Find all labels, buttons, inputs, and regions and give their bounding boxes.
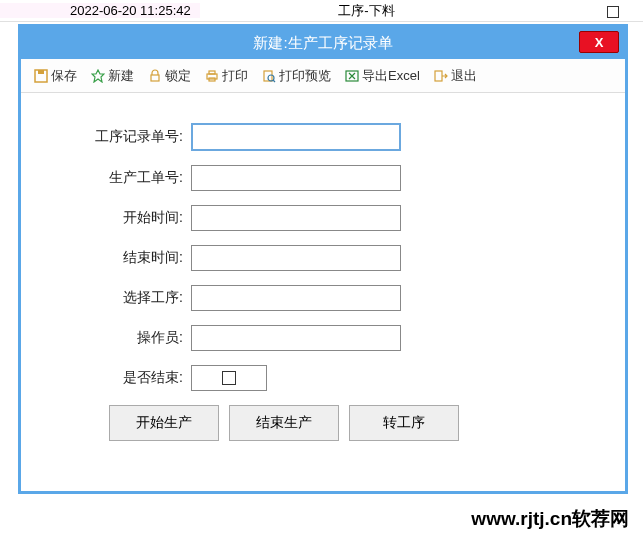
label-end-time: 结束时间:	[61, 249, 191, 267]
transfer-process-button[interactable]: 转工序	[349, 405, 459, 441]
exit-icon	[434, 69, 448, 83]
watermark: www.rjtj.cn软荐网	[471, 506, 629, 532]
close-button[interactable]: X	[579, 31, 619, 53]
checkbox-is-finished[interactable]	[222, 371, 236, 385]
preview-button[interactable]: 打印预览	[257, 64, 336, 88]
input-start-time[interactable]	[191, 205, 401, 231]
svg-marker-2	[92, 70, 104, 82]
label-is-finished: 是否结束:	[61, 369, 191, 387]
input-record-no[interactable]	[191, 123, 401, 151]
dialog-title: 新建:生产工序记录单	[253, 34, 392, 53]
input-work-order[interactable]	[191, 165, 401, 191]
bg-process: 工序-下料	[200, 2, 583, 20]
background-grid-row: 2022-06-20 11:25:42 工序-下料	[0, 0, 643, 22]
row-end-time: 结束时间:	[61, 245, 585, 271]
export-button[interactable]: 导出Excel	[340, 64, 425, 88]
row-is-finished: 是否结束:	[61, 365, 585, 391]
row-record-no: 工序记录单号:	[61, 123, 585, 151]
excel-icon	[345, 69, 359, 83]
end-production-button[interactable]: 结束生产	[229, 405, 339, 441]
row-operator: 操作员:	[61, 325, 585, 351]
svg-rect-3	[151, 75, 159, 81]
form-area: 工序记录单号: 生产工单号: 开始时间: 结束时间: 选择工序: 操作员: 是否…	[21, 93, 625, 461]
bg-checkbox-cell	[583, 3, 643, 18]
new-icon	[91, 69, 105, 83]
row-work-order: 生产工单号:	[61, 165, 585, 191]
input-operator[interactable]	[191, 325, 401, 351]
exit-button[interactable]: 退出	[429, 64, 482, 88]
save-label: 保存	[51, 67, 77, 85]
label-start-time: 开始时间:	[61, 209, 191, 227]
bg-checkbox[interactable]	[607, 6, 619, 18]
toolbar: 保存 新建 锁定 打印 打印预览	[21, 59, 625, 93]
checkbox-wrap[interactable]	[191, 365, 267, 391]
titlebar: 新建:生产工序记录单 X	[21, 27, 625, 59]
save-icon	[34, 69, 48, 83]
row-start-time: 开始时间:	[61, 205, 585, 231]
lock-label: 锁定	[165, 67, 191, 85]
new-label: 新建	[108, 67, 134, 85]
lock-button[interactable]: 锁定	[143, 64, 196, 88]
dialog-window: 新建:生产工序记录单 X 保存 新建 锁定 打印	[18, 24, 628, 494]
new-button[interactable]: 新建	[86, 64, 139, 88]
label-select-process: 选择工序:	[61, 289, 191, 307]
input-select-process[interactable]	[191, 285, 401, 311]
exit-label: 退出	[451, 67, 477, 85]
lock-icon	[148, 69, 162, 83]
label-record-no: 工序记录单号:	[61, 128, 191, 146]
button-row: 开始生产 结束生产 转工序	[109, 405, 585, 441]
export-label: 导出Excel	[362, 67, 420, 85]
svg-rect-11	[435, 71, 442, 81]
print-icon	[205, 69, 219, 83]
bg-timestamp: 2022-06-20 11:25:42	[0, 3, 200, 18]
print-label: 打印	[222, 67, 248, 85]
label-operator: 操作员:	[61, 329, 191, 347]
svg-line-9	[273, 80, 275, 82]
start-production-button[interactable]: 开始生产	[109, 405, 219, 441]
print-button[interactable]: 打印	[200, 64, 253, 88]
save-button[interactable]: 保存	[29, 64, 82, 88]
close-icon: X	[595, 35, 604, 50]
end-label: 结束生产	[256, 414, 312, 432]
preview-icon	[262, 69, 276, 83]
start-label: 开始生产	[136, 414, 192, 432]
svg-rect-5	[209, 71, 215, 74]
transfer-label: 转工序	[383, 414, 425, 432]
row-select-process: 选择工序:	[61, 285, 585, 311]
svg-rect-1	[38, 70, 44, 74]
label-work-order: 生产工单号:	[61, 169, 191, 187]
preview-label: 打印预览	[279, 67, 331, 85]
input-end-time[interactable]	[191, 245, 401, 271]
